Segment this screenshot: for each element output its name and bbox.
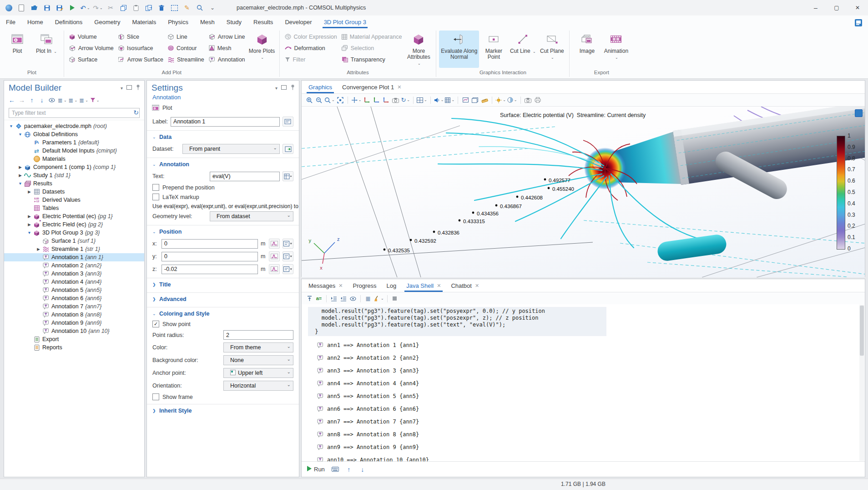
- line-numbers-button[interactable]: ≣: [364, 294, 372, 303]
- show-frame-checkbox[interactable]: [152, 393, 159, 400]
- tree-node-annotation-1[interactable]: Annotation 1{ann 1}: [4, 253, 144, 261]
- ribbon-button-plot[interactable]: Plot: [3, 31, 32, 68]
- tab-log[interactable]: Log: [382, 279, 402, 292]
- tree-node-pacemaker-electrode-mph[interactable]: ▼pacemaker_electrode.mph(root): [4, 122, 144, 130]
- tree-expander-icon[interactable]: ▶: [17, 173, 24, 178]
- plot-window-button[interactable]: [461, 96, 469, 105]
- section-coloring[interactable]: ⌄Coloring and Style: [147, 307, 299, 319]
- ribbon-button-animation[interactable]: Animation ⌄: [601, 31, 631, 68]
- clear-console-button[interactable]: ⌄: [373, 294, 384, 303]
- show-point-checkbox[interactable]: ✓: [152, 321, 159, 327]
- ribbon-item-arrow-line[interactable]: Arrow Line: [207, 31, 247, 42]
- go-to-source-icon[interactable]: [283, 144, 293, 154]
- tab-graphics[interactable]: Graphics: [303, 81, 337, 93]
- show-hidden-button[interactable]: [349, 294, 357, 303]
- close-button[interactable]: ✕: [847, 0, 868, 15]
- tree-expander-icon[interactable]: ▼: [17, 181, 24, 186]
- tree-node-reports[interactable]: Reports: [4, 343, 144, 352]
- tree-node-parameters-1[interactable]: PiParameters 1{default}: [4, 138, 144, 147]
- new-file-button[interactable]: [15, 2, 27, 14]
- expression-dropdown-button[interactable]: [283, 251, 293, 261]
- position-y-input[interactable]: 0: [161, 252, 258, 261]
- tree-node-component-1-comp-1-[interactable]: ▶Component 1 (comp 1){comp 1}: [4, 163, 144, 171]
- section-inherit-style[interactable]: ❯Inherit Style: [147, 404, 299, 416]
- measure-button[interactable]: [480, 96, 489, 105]
- tree-expander-icon[interactable]: ▶: [26, 222, 33, 227]
- run-button[interactable]: [66, 2, 78, 14]
- section-title-collapsed[interactable]: ❯Title: [147, 278, 299, 290]
- menu-developer[interactable]: Developer: [279, 15, 318, 28]
- ribbon-item-arrow-surface[interactable]: Arrow Surface: [116, 54, 166, 65]
- tree-node-annotation-2[interactable]: Annotation 2{ann2}: [4, 261, 144, 270]
- tree-expander-icon[interactable]: ▼: [26, 230, 33, 235]
- tree-node-export[interactable]: Export: [4, 335, 144, 343]
- undo-button[interactable]: ↶⌄: [79, 2, 91, 14]
- geometry-level-select[interactable]: From dataset: [210, 211, 293, 221]
- ribbon-item-contour[interactable]: Contour: [166, 42, 207, 54]
- duplicate-button[interactable]: [143, 2, 155, 14]
- scrollbar-thumb[interactable]: [860, 306, 864, 356]
- camera-view-button[interactable]: [391, 96, 399, 105]
- plot-properties-flyout-icon[interactable]: [855, 109, 863, 118]
- tree-node-results[interactable]: ▼Results: [4, 179, 144, 188]
- table-grid-button[interactable]: ⌄: [445, 96, 454, 105]
- rotate-view-button[interactable]: ↻⌄: [401, 96, 410, 105]
- auto-complete-button[interactable]: a=: [315, 294, 323, 303]
- tree-expander-icon[interactable]: ▼: [17, 132, 24, 137]
- menu-definitions[interactable]: Definitions: [49, 15, 89, 28]
- section-data[interactable]: ⌄Data: [147, 130, 299, 143]
- tree-node-derived-values[interactable]: 8.85e-12Derived Values: [4, 196, 144, 204]
- tree-node-global-definitions[interactable]: ▼Global Definitions: [4, 130, 144, 138]
- tree-node-annotation-5[interactable]: Annotation 5{ann5}: [4, 286, 144, 294]
- refresh-icon[interactable]: ↻: [132, 108, 140, 117]
- image-snapshot-button[interactable]: [524, 96, 532, 105]
- range-button[interactable]: [269, 264, 280, 274]
- paste-button[interactable]: [130, 2, 142, 14]
- section-position[interactable]: ⌄Position: [147, 225, 299, 237]
- stop-button[interactable]: [391, 294, 399, 303]
- java-shell-output[interactable]: model.result("pg3").feature(tag).set("po…: [302, 304, 865, 461]
- history-down-button[interactable]: ↓: [358, 465, 367, 474]
- indent-right-button[interactable]: [330, 294, 338, 303]
- tree-expander-icon[interactable]: ▶: [35, 247, 42, 251]
- save-as-button[interactable]: [54, 2, 66, 14]
- panel-menu-icon[interactable]: ▾: [121, 85, 123, 91]
- panel-float-icon[interactable]: [281, 85, 287, 91]
- minimize-button[interactable]: –: [805, 0, 826, 15]
- tab-progress[interactable]: Progress: [348, 279, 381, 292]
- tree-node-electric-potential-ec-[interactable]: ▶Electric Potential (ec){pg 1}: [4, 212, 144, 220]
- dataset-select[interactable]: From parent: [182, 144, 280, 154]
- indent-left-button[interactable]: [339, 294, 348, 303]
- tree-node-streamline-1[interactable]: ▶Streamline 1{str 1}: [4, 245, 144, 253]
- annotation-text-input[interactable]: eval(V): [210, 172, 280, 181]
- node-filter-button[interactable]: ⌄: [90, 96, 100, 105]
- ribbon-button-marker-point[interactable]: Marker Point: [479, 31, 508, 68]
- tab-close-icon[interactable]: ✕: [338, 283, 343, 289]
- print-button[interactable]: [534, 96, 542, 105]
- menu-materials[interactable]: Materials: [126, 15, 162, 28]
- anchor-point-select[interactable]: Upper left: [223, 368, 293, 378]
- ribbon-item-isosurface[interactable]: Isosurface: [116, 42, 166, 54]
- menu-physics[interactable]: Physics: [162, 15, 194, 28]
- tree-node-default-model-inputs[interactable]: ⇄Default Model Inputs{cminpt}: [4, 147, 144, 155]
- tree-filter-input[interactable]: [9, 110, 139, 116]
- maximize-button[interactable]: ▢: [826, 0, 847, 15]
- tab-java-shell[interactable]: Java Shell✕: [401, 279, 446, 292]
- scene-light-button[interactable]: ⌄: [495, 96, 506, 105]
- tree-node-tables[interactable]: Tables: [4, 204, 144, 212]
- view-yz-button[interactable]: [372, 96, 380, 105]
- menu-results[interactable]: Results: [247, 15, 279, 28]
- tree-node-materials[interactable]: Materials: [4, 155, 144, 163]
- view-zx-button[interactable]: [382, 96, 390, 105]
- menu-active-contextual-tab[interactable]: 3D Plot Group 3: [318, 15, 372, 28]
- open-file-button[interactable]: [28, 2, 40, 14]
- expression-dropdown-button[interactable]: [283, 239, 293, 249]
- tree-node-datasets[interactable]: ▶Datasets: [4, 188, 144, 196]
- back-button[interactable]: ←: [8, 96, 16, 105]
- collapse-all-button[interactable]: ≣⌄: [58, 96, 67, 105]
- move-to-top-button[interactable]: [305, 294, 313, 303]
- range-button[interactable]: [269, 239, 280, 249]
- ribbon-button-more-attributes[interactable]: More Attributes ⌄: [404, 31, 433, 68]
- tab-chatbot[interactable]: Chatbot✕: [446, 279, 484, 292]
- tree-expander-icon[interactable]: ▶: [17, 165, 24, 169]
